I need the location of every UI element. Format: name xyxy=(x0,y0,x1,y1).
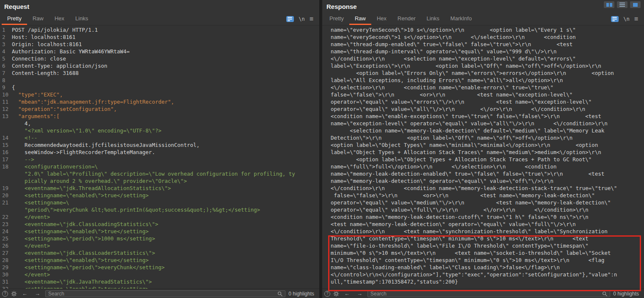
response-tab[interactable]: Hex xyxy=(371,13,392,25)
code-text: "arguments":[ xyxy=(10,113,60,120)
line-number: 6 xyxy=(0,62,10,69)
line-number: 2 xyxy=(0,33,10,41)
request-code-line: "period\">everyChunk &lt;%out.printIn(&q… xyxy=(0,206,319,213)
response-code-line: operator=\"equal\" value=\"errors\"\/>\r… xyxy=(322,98,644,105)
line-number xyxy=(0,127,10,134)
response-editor[interactable]: name=\"everyTenSecond\">10 s<\/option>\r… xyxy=(322,25,644,289)
request-tab[interactable]: Links xyxy=(70,13,93,25)
request-code-line: 17 --> xyxy=(0,156,319,163)
tab-label: Links xyxy=(75,15,88,22)
show-newlines-icon[interactable]: \n xyxy=(299,16,304,22)
response-tabbar: Pretty Raw Hex Render Links xyxy=(322,13,644,25)
response-code-line: minimum=\"0 s\">10 ms<\/text>\r\n <text … xyxy=(322,249,644,257)
line-number: 15 xyxy=(0,141,10,149)
line-number: 26 xyxy=(0,242,10,249)
response-code-line: label=\"All Exceptions, including Errors… xyxy=(322,77,644,84)
code-text: "2.0\" label=\"Profiling\" description=\… xyxy=(10,170,295,177)
search-input[interactable] xyxy=(45,290,285,297)
panel-divider[interactable] xyxy=(319,0,322,298)
code-text: <eventname=\"jdk.ClassLoaderStatistics\"… xyxy=(10,249,155,257)
word-wrap-icon[interactable] xyxy=(611,16,619,22)
code-text: Origin: localhost:8161 xyxy=(10,41,82,48)
line-number: 31 xyxy=(0,278,10,285)
request-editor-icons: \n ≡ xyxy=(286,13,315,25)
request-tab[interactable]: Raw xyxy=(27,13,49,25)
request-code-line: 18 <configurationversion=\ xyxy=(0,163,319,170)
layout-split-columns-button[interactable] xyxy=(604,1,614,8)
show-newlines-icon[interactable]: \n xyxy=(623,16,629,22)
request-code-line: 27 <eventname=\"jdk.ClassLoaderStatistic… xyxy=(0,249,319,257)
help-icon[interactable]: ? xyxy=(2,291,8,297)
code-text: Content-Type: application/json xyxy=(10,62,107,69)
request-code-line: 25 <settingname=\"period\">1000 ms</sett… xyxy=(0,235,319,242)
response-panel: Response Pretty Raw Hex xyxy=(322,0,644,298)
next-match-button[interactable]: → xyxy=(33,291,42,296)
layout-maximize-button[interactable] xyxy=(630,1,641,8)
response-tab[interactable]: Links xyxy=(421,13,445,25)
response-code-line: <option label=\"Object Types\" name=\"mi… xyxy=(322,141,644,149)
line-number: 19 xyxy=(0,185,10,192)
response-code-line: name=\"memory-leak-detection-enabled\" t… xyxy=(322,170,644,177)
response-code-line: <selection name=\"memory-leak-detection\… xyxy=(322,127,644,134)
request-editor[interactable]: 1POST /api/jolokia/ HTTP/1.1 2Host: loca… xyxy=(0,25,319,289)
line-number: 17 xyxy=(0,156,10,163)
code-text: <eventname=\"jdk.ClassLoadingStatistics\… xyxy=(10,221,158,228)
code-text: Content-Length: 31688 xyxy=(10,69,79,77)
request-panel: Request Pretty Raw Hex Links xyxy=(0,0,319,298)
response-tab[interactable]: MarkInfo xyxy=(445,13,477,25)
settings-gear-icon[interactable] xyxy=(11,291,17,297)
prev-match-button[interactable]: ← xyxy=(342,291,352,296)
line-number: 12 xyxy=(0,105,10,113)
line-number: 11 xyxy=(0,98,10,105)
request-code-line: 12 "operation":"setConfiguration", xyxy=(0,105,319,113)
layout-split-rows-button[interactable] xyxy=(617,1,628,8)
code-text: <eventname=\"jdk.JavaThreadStatistics\"> xyxy=(10,278,152,285)
highlights-count: 0 highlights xyxy=(613,291,641,297)
request-code-line: 13 "arguments":[ xyxy=(0,113,319,120)
request-tab[interactable]: Pretty xyxy=(2,13,27,25)
tab-label: Pretty xyxy=(329,15,344,22)
line-number: 27 xyxy=(0,249,10,257)
request-code-line: 8 xyxy=(0,77,319,84)
response-search-wrap xyxy=(367,290,610,297)
prev-match-button[interactable]: ← xyxy=(20,291,30,296)
response-code-line: name=\"file-io-threshold\" label=\"File … xyxy=(322,242,644,249)
response-code-line: operator=\"equal\" value=\"medium\"\/>\r… xyxy=(322,199,644,206)
response-tab[interactable]: Pretty xyxy=(324,13,349,25)
code-text: <settingname=\"period\">everyChunk</sett… xyxy=(10,264,164,271)
editor-menu-icon[interactable]: ≡ xyxy=(310,16,313,22)
line-number: 25 xyxy=(0,235,10,242)
line-number: 22 xyxy=(0,213,10,221)
word-wrap-icon[interactable] xyxy=(286,16,294,22)
request-code-line: 31 <eventname=\"jdk.JavaThreadStatistics… xyxy=(0,278,319,285)
line-number: 3 xyxy=(0,41,10,48)
settings-gear-icon[interactable] xyxy=(333,291,339,297)
next-match-button[interactable]: → xyxy=(355,291,364,296)
editor-menu-icon[interactable]: ≡ xyxy=(634,16,638,22)
code-text: Host: localhost:8161 xyxy=(10,33,76,41)
response-tabs: Pretty Raw Hex Render Links xyxy=(324,13,477,25)
request-tabs: Pretty Raw Hex Links xyxy=(2,13,93,25)
request-code-line: 15 Recommendedwaytoedit.jfcfilesistouseJ… xyxy=(0,141,319,149)
request-code-line: 4, xyxy=(0,120,319,127)
response-code-line: <condition name=\"enable-exceptions\" tr… xyxy=(322,113,644,120)
tab-label: MarkInfo xyxy=(450,15,472,22)
line-number xyxy=(0,177,10,185)
response-tab[interactable]: Render xyxy=(392,13,421,25)
search-icon xyxy=(277,291,283,297)
search-input[interactable] xyxy=(367,290,610,297)
code-text: <settingname=\"enabled\">true</setting> xyxy=(10,192,149,199)
response-tab[interactable]: Raw xyxy=(349,13,371,25)
request-tab[interactable]: Hex xyxy=(49,13,70,25)
tabbar-spacer xyxy=(477,13,611,25)
response-code-line: label=\"Object Types + Allocation Stack … xyxy=(322,149,644,156)
request-code-line: 4Authorization: Basic YWRtaW46YWRtaW4= xyxy=(0,48,319,55)
request-code-line: 21 <settingname=\ xyxy=(0,199,319,206)
request-code-line: 6Content-Type: application/json xyxy=(0,62,319,69)
response-code-line: name=\"everyTenSecond\">10 s<\/option>\r… xyxy=(322,26,644,33)
request-code-line: 14 <!-- xyxy=(0,134,319,141)
request-code-line: pically around 2 % overhead.\" provider=… xyxy=(0,177,319,185)
request-code: 1POST /api/jolokia/ HTTP/1.1 2Host: loca… xyxy=(0,26,319,289)
help-icon[interactable]: ? xyxy=(324,291,330,297)
tab-label: Raw xyxy=(33,15,44,22)
